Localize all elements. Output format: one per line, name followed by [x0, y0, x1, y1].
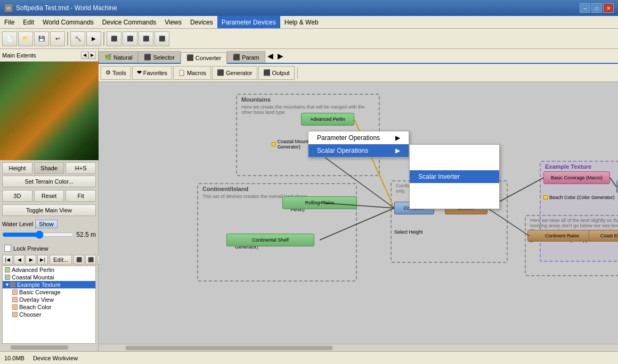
height-btn[interactable]: Height — [2, 162, 32, 174]
nav-first[interactable]: |◀ — [2, 255, 13, 264]
titlebar: W Softpedia Test.tmd - World Machine – □… — [0, 0, 618, 16]
tree-item-beach-color[interactable]: Beach Color — [3, 303, 95, 311]
tree-item-basic-coverage[interactable]: Basic Coverage — [3, 288, 95, 296]
preview-next[interactable]: ▶ — [88, 52, 96, 59]
tree-color-icon — [5, 267, 10, 272]
tab-label: Natural — [113, 54, 132, 61]
fit-btn[interactable]: Fit — [66, 190, 96, 202]
toolbar-undo[interactable]: ↩ — [50, 31, 65, 46]
titlebar-controls[interactable]: – □ ✕ — [580, 3, 614, 13]
scalar-generator-item[interactable]: Scalar Generator — [410, 145, 499, 158]
tab-scroll-right[interactable]: ▶ — [275, 52, 286, 60]
scalar-operations-item[interactable]: Scalar Operations ▶ Scalar Generator Sca… — [308, 144, 409, 157]
sort-btn1[interactable]: ⬛ — [74, 255, 84, 264]
tree-label: Coastal Mountai — [12, 274, 54, 280]
coastal-mountains-port — [272, 142, 275, 146]
menu-edit[interactable]: Edit — [19, 16, 38, 28]
sec-sep1 — [297, 67, 298, 79]
param-operations-arrow: ▶ — [395, 134, 400, 142]
node-continent-raise[interactable]: Continent Raise — [527, 230, 597, 242]
lock-preview-row: Lock Preview — [2, 244, 50, 253]
set-terrain-btn[interactable]: Set Terrain Color... — [2, 176, 96, 187]
nav-next[interactable]: ▶ — [26, 255, 36, 264]
shade-btn[interactable]: Shade — [34, 162, 64, 174]
toolbar-view4[interactable]: ⬛ — [154, 31, 169, 46]
reset-btn[interactable]: Reset — [34, 190, 64, 202]
water-level-label: Water Level — [2, 221, 33, 227]
tree-item-example-texture[interactable]: ▼ Example Texture — [3, 281, 95, 288]
param-main-menu: Parameter Operations ▶ Scalar Operations… — [308, 131, 409, 158]
tab-scroll-left[interactable]: ◀ — [265, 52, 275, 60]
param-operations-item[interactable]: Parameter Operations ▶ — [308, 131, 409, 144]
edit-btn[interactable]: Edit... — [50, 255, 72, 264]
continent-label: Continent/Island — [202, 186, 248, 192]
toolbar-view1[interactable]: ⬛ — [107, 31, 121, 46]
toolbar-view2[interactable]: ⬛ — [123, 31, 137, 46]
tree-item-advanced-perlin[interactable]: Advanced Perlin — [3, 266, 95, 274]
node-continental-shelf[interactable]: Continental Shelf — [226, 234, 314, 246]
toolbar-build[interactable]: 🔨 — [70, 31, 85, 46]
tab-natural[interactable]: 🌿 Natural — [99, 51, 138, 63]
toolbar-open[interactable]: 📁 — [18, 31, 33, 46]
param-operations-label: Parameter Operations — [317, 134, 380, 142]
menu-help-web[interactable]: Help & Web — [280, 16, 323, 28]
statusbar: 10.0MB Device Workview — [0, 351, 618, 364]
device-tree[interactable]: Advanced Perlin Coastal Mountai ▼ Exampl… — [2, 266, 96, 344]
nav-last[interactable]: ▶| — [37, 255, 48, 264]
sec-tab-macros[interactable]: 📋 Macros — [173, 66, 211, 80]
app-icon: W — [4, 4, 13, 12]
secondary-toolbar: ⚙ Tools ❤ Favorites 📋 Macros ⬛ Generator… — [99, 64, 618, 82]
param-tab-icon: ⬛ — [233, 54, 240, 61]
tree-item-coastal[interactable]: Coastal Mountai — [3, 274, 95, 281]
sec-tab-generator[interactable]: ⬛ Generator — [212, 66, 257, 80]
scalar-inverter-item[interactable]: Scalar Inverter — [410, 170, 499, 183]
node-advanced-perlin[interactable]: Advanced Perlin — [301, 113, 354, 126]
canvas-area[interactable]: Mountains Here we create the mountains t… — [99, 82, 618, 344]
maximize-button[interactable]: □ — [591, 3, 602, 13]
scalar-combiner-item[interactable]: Scalar Combiner — [410, 196, 499, 209]
node-basic-coverage[interactable]: Basic Coverage (Macro) — [543, 171, 610, 184]
sec-tab-label: Macros — [187, 70, 206, 76]
menu-device-commands[interactable]: Device Commands — [98, 16, 160, 28]
toolbar-view3[interactable]: ⬛ — [139, 31, 153, 46]
terrain-preview-canvas[interactable] — [0, 62, 99, 160]
tree-hscroll[interactable] — [0, 344, 98, 351]
toggle-main-btn[interactable]: Toggle Main View — [2, 204, 96, 216]
toolbar-build2[interactable]: ▶ — [86, 31, 101, 46]
tab-selector[interactable]: ⬛ Selector — [138, 51, 180, 63]
selector-tab-icon: ⬛ — [144, 54, 151, 61]
parameter-devices-menu[interactable]: Parameter Operations ▶ Scalar Operations… — [308, 131, 409, 158]
hs-btn[interactable]: H+S — [66, 162, 96, 174]
tab-converter[interactable]: ⬛ Converter — [181, 52, 227, 64]
menu-world-commands[interactable]: World Commands — [38, 16, 98, 28]
nav-prev[interactable]: ◀ — [14, 255, 25, 264]
toolbar-new[interactable]: 📄 — [2, 31, 17, 46]
menu-file[interactable]: File — [0, 16, 19, 28]
close-button[interactable]: ✕ — [603, 3, 614, 13]
preview-prev[interactable]: ◀ — [81, 52, 88, 59]
tree-item-overlay-view[interactable]: Overlay View — [3, 296, 95, 303]
sort-btn2[interactable]: ⬛ — [85, 255, 96, 264]
toolbar-save[interactable]: 💾 — [34, 31, 49, 46]
menu-parameter-devices[interactable]: Parameter Devices — [217, 16, 280, 28]
minimize-button[interactable]: – — [580, 3, 590, 13]
menu-views[interactable]: Views — [160, 16, 186, 28]
sec-tab-favorites[interactable]: ❤ Favorites — [132, 66, 172, 80]
scalar-clamp-item[interactable]: Scalar Clamp — [410, 158, 499, 170]
water-show-btn[interactable]: Show — [35, 220, 58, 228]
btn-3d[interactable]: 3D — [2, 190, 32, 202]
canvas-hscroll[interactable] — [99, 344, 618, 351]
sec-tab-output[interactable]: ⬛ Output — [258, 66, 295, 80]
status-view: Device Workview — [33, 355, 78, 361]
node-coast-erosion[interactable]: Coast Erosion — [589, 230, 618, 242]
sec-tab-tools[interactable]: ⚙ Tools — [101, 66, 131, 80]
toolbar-sep1 — [67, 32, 68, 46]
water-slider[interactable] — [2, 231, 74, 238]
example-texture-label: Example Texture — [545, 163, 591, 170]
tab-param[interactable]: ⬛ Param — [227, 51, 265, 63]
node-rolling-plains[interactable]: Rolling Plains — [282, 196, 357, 209]
tree-item-chooser[interactable]: Chooser — [3, 311, 95, 318]
scalar-arithmetic-item[interactable]: Scalar Arithmetic — [410, 183, 499, 196]
menu-devices[interactable]: Devices — [186, 16, 217, 28]
lock-preview-checkbox[interactable] — [4, 245, 11, 252]
